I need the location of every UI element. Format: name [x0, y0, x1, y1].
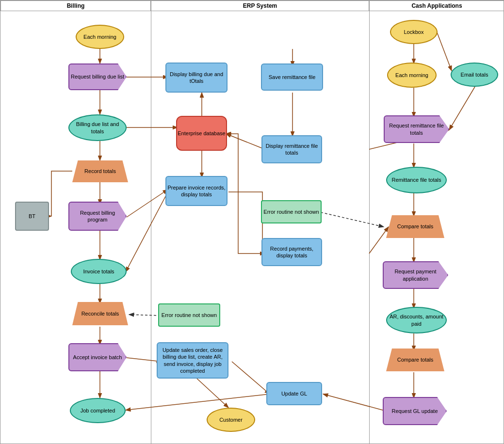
col-header-billing: Billing [0, 0, 151, 11]
col-divider-1 [151, 0, 151, 444]
svg-line-18 [127, 190, 168, 217]
svg-line-36 [369, 227, 389, 254]
diagram-container: Billing ERP System Cash Applications [0, 0, 504, 444]
job-completed: Job completed [70, 398, 126, 423]
reconcile-totals: Reconcile totals [72, 302, 128, 325]
svg-line-19 [126, 192, 168, 272]
prepare-invoice-records: Prepare invoice records, display totals [165, 176, 228, 206]
save-remittance-file: Save remittance file [261, 63, 323, 91]
request-payment-application: Request payment application [383, 261, 448, 289]
col-header-cash: Cash Applications [369, 0, 504, 11]
record-payments: Record payments, display totals [261, 238, 322, 266]
cash-label: Cash Applications [411, 2, 462, 9]
ar-discounts-amount-paid: AR, discounts, amount paid [386, 307, 447, 333]
svg-line-24 [126, 394, 270, 410]
record-totals-billing: Record totals [72, 160, 128, 182]
svg-line-28 [449, 87, 475, 130]
compare-totals-2: Compare totals [386, 349, 444, 371]
enterprise-database: Enterprise database [176, 116, 227, 151]
col-divider-2 [369, 0, 370, 444]
svg-line-15 [321, 212, 384, 227]
request-gl-update: Request GL update [383, 397, 447, 425]
email-totals: Email totals [451, 63, 498, 87]
remittance-file-totals: Remittance file totals [386, 167, 447, 193]
svg-line-22 [197, 379, 228, 408]
each-morning-cash: Each morning [387, 63, 437, 88]
svg-line-26 [437, 32, 452, 71]
bt-tape: BT [15, 202, 49, 231]
request-billing-program: Request billing program [68, 202, 127, 231]
invoice-totals: Invoice totals [71, 259, 127, 284]
lockbox: Lockbox [390, 20, 438, 44]
each-morning-billing: Each morning [76, 25, 124, 49]
svg-line-20 [129, 315, 161, 316]
error-routine-erp: Error routine not shown [261, 200, 322, 223]
svg-line-37 [323, 394, 386, 411]
svg-line-23 [232, 362, 270, 394]
billing-label: Billing [67, 2, 85, 9]
svg-line-13 [226, 134, 265, 149]
compare-totals-1: Compare totals [386, 215, 444, 238]
display-remittance-file: Display remittance file totals [261, 135, 322, 163]
accept-invoice-batch: Accept invoice batch [68, 343, 127, 371]
request-remittance-totals: Request remittance file totals [384, 115, 449, 143]
display-billing-due-list: Display billing due and tOtals [165, 63, 228, 93]
request-billing-due-list: Request billing due list [68, 63, 127, 90]
update-sales-order: Update sales order, close billing due li… [157, 342, 228, 379]
update-gl: Update GL [266, 382, 322, 405]
customer: Customer [207, 408, 255, 432]
col-header-erp: ERP System [151, 0, 369, 11]
erp-label: ERP System [243, 2, 277, 9]
billing-due-list-totals: Billing due list and totals [68, 114, 127, 141]
error-routine-billing: Error routine not shown [158, 303, 220, 327]
